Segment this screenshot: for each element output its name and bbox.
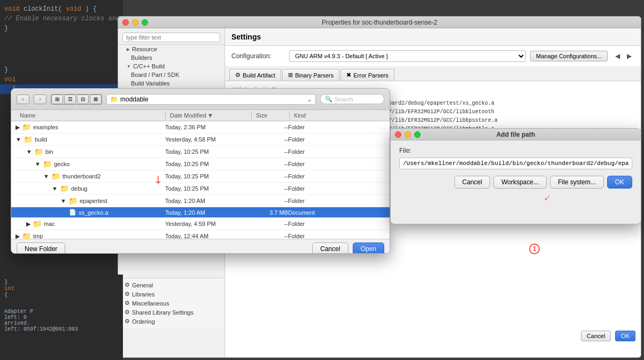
file-row-xs-gecko[interactable]: 📄 xs_gecko.a Today, 1:20 AM 3.7 MB Docum… (11, 207, 390, 218)
add-file-dialog: Add file path File: Cancel Workspace... … (390, 128, 641, 224)
file-browser-dialog: ‹ › ⊞ ☰ ⊟ ⊠ 📁 moddable ⌄ 🔍 Search Name D… (11, 88, 390, 254)
file-row-mac[interactable]: ▶ 📁 mac Yesterday, 4:59 PM -- Folder (11, 218, 390, 230)
folder-icon: 📁 (68, 197, 77, 205)
sidebar-item-builders[interactable]: Builders (118, 53, 224, 62)
afd-file-input[interactable] (399, 158, 632, 169)
manage-configurations-button[interactable]: Manage Configurations... (530, 51, 608, 61)
cancel-button[interactable]: Cancel (581, 331, 611, 341)
sidebar-item-cpp-build[interactable]: ▼ C/C++ Build (118, 62, 224, 71)
expand-arrow: ▶ (127, 47, 130, 52)
folder-icon: 📁 (22, 123, 31, 131)
parser-icon: ⊞ (288, 72, 293, 79)
search-icon: 🔍 (325, 96, 332, 103)
fb-flow-view-button[interactable]: ⊠ (90, 95, 102, 104)
folder-icon: 📁 (33, 220, 42, 228)
fb-column-headers: Name Date Modified ▼ Size Kind (11, 110, 390, 121)
panel-title: Properties for soc-thunderboard-sense-2 (322, 19, 437, 26)
afd-traffic-lights (395, 131, 421, 138)
col-kind-header[interactable]: Kind (290, 111, 343, 120)
afd-buttons: Cancel Workspace... File system... OK (399, 176, 632, 189)
folder-icon: 📁 (43, 160, 52, 168)
fb-footer: New Folder Cancel Open (11, 239, 390, 254)
fb-forward-button[interactable]: › (34, 95, 46, 104)
col-size-header[interactable]: Size (252, 111, 289, 120)
file-row-examples[interactable]: ▶ 📁 examples Today, 2:36 PM -- Folder (11, 121, 390, 134)
fb-location-text: moddable (120, 96, 149, 103)
config-label: Configuration: (231, 52, 285, 60)
fb-column-view-button[interactable]: ⊟ (77, 95, 89, 104)
fb-search-text: Search (335, 96, 353, 103)
code-line: void clockInit( void ) { (0, 4, 123, 14)
ok-button[interactable]: OK (615, 331, 635, 341)
fb-location-bar[interactable]: 📁 moddable ⌄ (106, 94, 316, 105)
filter-input[interactable] (122, 33, 220, 42)
afd-file-system-button[interactable]: File system... (550, 176, 604, 189)
sidebar-item-build-vars[interactable]: Build Variables (118, 79, 224, 88)
afd-file-label: File: (399, 147, 632, 154)
afd-titlebar: Add file path (391, 129, 641, 140)
config-row: Configuration: GNU ARM v4.9.3 - Default … (225, 46, 641, 67)
afd-maximize-button[interactable] (414, 131, 421, 138)
fb-icon-view-button[interactable]: ⊞ (51, 95, 63, 104)
panel-titlebar: Properties for soc-thunderboard-sense-2 (118, 17, 641, 28)
fb-toolbar: ‹ › ⊞ ☰ ⊟ ⊠ 📁 moddable ⌄ 🔍 Search (11, 89, 390, 110)
minimize-button[interactable] (132, 19, 138, 26)
afd-cancel-button[interactable]: Cancel (454, 176, 490, 189)
error-icon: ✖ (346, 72, 351, 79)
tabs-row: ⚙ Build Artifact ⊞ Binary Parsers ✖ Erro… (225, 67, 641, 81)
sidebar-item-resource[interactable]: ▶ Resource (118, 45, 224, 53)
col-name-header[interactable]: Name (15, 111, 165, 120)
fb-back-button[interactable]: ‹ (17, 95, 29, 104)
file-row-bin[interactable]: ▼ 📁 bin Today, 10:25 PM -- Folder (11, 146, 390, 158)
filter-container (118, 30, 224, 45)
nav-right-icon[interactable]: ▶ (624, 51, 634, 61)
gear-icon: ⚙ (235, 72, 240, 79)
afd-content: File: Cancel Workspace... File system...… (391, 140, 641, 195)
nav-left-icon[interactable]: ◀ (612, 51, 623, 61)
file-row-tmp[interactable]: ▶ 📁 tmp Today, 12:44 AM -- Folder (11, 230, 390, 239)
sidebar-item-board[interactable]: Board / Part / SDK (118, 71, 224, 79)
tab-error-parsers[interactable]: ✖ Error Parsers (340, 69, 394, 81)
prop-nav-toolbar: ◀ ▶ (612, 51, 634, 61)
folder-icon: 📁 (51, 172, 60, 181)
code-comment: // Enable necessary clocks and set clock… (0, 14, 123, 24)
expand-arrow: ▶ (15, 124, 20, 131)
tab-build-artifact[interactable]: ⚙ Build Artifact (229, 69, 281, 81)
afd-minimize-button[interactable] (405, 131, 411, 138)
fb-search-bar[interactable]: 🔍 Search (320, 94, 384, 104)
folder-icon: 📁 (22, 232, 31, 239)
close-button[interactable] (122, 19, 129, 26)
new-folder-button[interactable]: New Folder (17, 242, 65, 254)
folder-icon: 📁 (110, 96, 118, 103)
col-date-header[interactable]: Date Modified ▼ (166, 111, 251, 120)
tab-binary-parsers[interactable]: ⊞ Binary Parsers (282, 69, 339, 81)
afd-ok-button[interactable]: OK (607, 176, 632, 189)
traffic-lights (122, 19, 148, 26)
file-row-gecko[interactable]: ▼ 📁 gecko Today, 10:25 PM -- Folder (11, 158, 390, 170)
fb-file-list: ▶ 📁 examples Today, 2:36 PM -- Folder ▼ … (11, 121, 390, 239)
settings-header: Settings (225, 28, 641, 46)
file-row-build[interactable]: ▼ 📁 build Yesterday, 4:58 PM -- Folder (11, 134, 390, 146)
config-select[interactable]: GNU ARM v4.9.3 - Default [ Active ] (289, 50, 526, 62)
folder-icon: 📁 (60, 184, 69, 193)
annotation-1: 1 (529, 244, 540, 254)
afd-title: Add file path (496, 131, 536, 138)
file-row-debug[interactable]: ▼ 📁 debug Today, 10:25 PM -- Folder (11, 183, 390, 195)
bottom-code-panel: } int { Adapter P left: 0 arrived. left:… (0, 275, 123, 360)
afd-close-button[interactable] (395, 131, 401, 138)
folder-icon: 📁 (24, 135, 33, 144)
file-row-thunderboard2[interactable]: ▼ 📁 thunderboard2 Today, 10:25 PM -- Fol… (11, 170, 390, 183)
folder-icon: 📁 (34, 147, 43, 156)
maximize-button[interactable] (142, 19, 148, 26)
fb-open-button[interactable]: Open (353, 242, 384, 254)
status-output: Adapter P left: 0 arrived. left: 059f:10… (4, 309, 119, 332)
fb-cancel-button[interactable]: Cancel (312, 242, 348, 254)
file-row-epapertest[interactable]: ▼ 📁 epapertest Today, 1:20 AM -- Folder (11, 195, 390, 207)
fb-list-view-button[interactable]: ☰ (64, 95, 76, 104)
afd-workspace-button[interactable]: Workspace... (493, 176, 547, 189)
file-icon: 📄 (69, 209, 76, 216)
